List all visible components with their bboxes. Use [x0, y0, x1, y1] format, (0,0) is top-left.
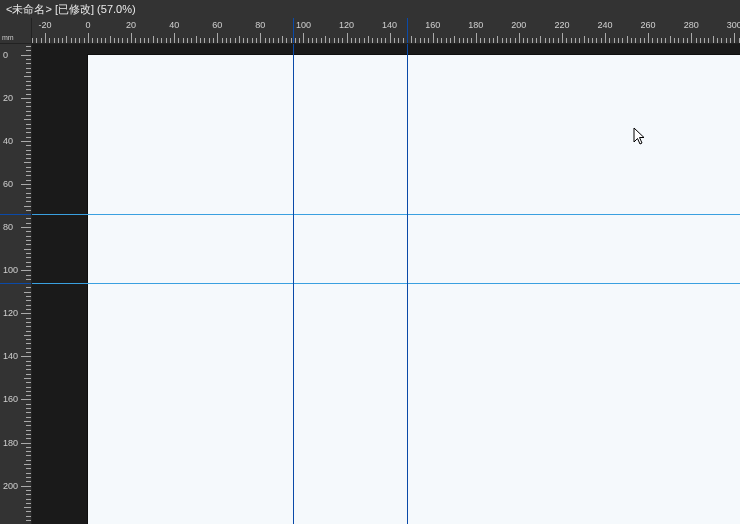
ruler-tick — [127, 38, 128, 43]
ruler-tick — [26, 275, 31, 276]
ruler-tick — [415, 38, 416, 43]
ruler-tick — [24, 76, 31, 77]
ruler-tick — [519, 33, 520, 43]
ruler-tick — [342, 38, 343, 43]
ruler-label: 40 — [3, 136, 13, 146]
title-bar: <未命名> [已修改] (57.0%) — [0, 0, 740, 18]
ruler-tick — [247, 38, 248, 43]
ruler-tick — [26, 175, 31, 176]
ruler-tick — [26, 511, 31, 512]
ruler-tick — [678, 38, 679, 43]
ruler-tick — [26, 193, 31, 194]
ruler-tick — [506, 38, 507, 43]
ruler-tick — [26, 425, 31, 426]
ruler-tick — [26, 231, 31, 232]
ruler-tick — [24, 292, 31, 293]
ruler-horizontal[interactable]: -200204060801001201401601802002202402602… — [32, 18, 740, 44]
ruler-tick — [26, 490, 31, 491]
ruler-tick — [338, 38, 339, 43]
ruler-tick — [713, 36, 714, 43]
ruler-tick — [700, 38, 701, 43]
ruler-tick — [734, 33, 735, 43]
ruler-tick — [26, 167, 31, 168]
ruler-tick — [26, 326, 31, 327]
ruler-tick — [558, 38, 559, 43]
zoom-text: (57.0%) — [97, 3, 136, 15]
ruler-tick — [657, 38, 658, 43]
ruler-tick — [26, 253, 31, 254]
ruler-tick — [21, 313, 31, 314]
ruler-tick — [665, 38, 666, 43]
ruler-guide-mark[interactable] — [407, 18, 408, 43]
ruler-tick — [691, 33, 692, 43]
canvas-page[interactable] — [88, 55, 740, 524]
ruler-tick — [26, 106, 31, 107]
ruler-tick — [260, 33, 261, 43]
ruler-tick — [648, 33, 649, 43]
ruler-guide-mark[interactable] — [0, 214, 31, 215]
ruler-tick — [26, 352, 31, 353]
ruler-tick — [26, 455, 31, 456]
ruler-label: 100 — [296, 20, 311, 30]
ruler-guide-mark[interactable] — [0, 283, 31, 284]
ruler-tick — [670, 36, 671, 43]
ruler-label: 260 — [641, 20, 656, 30]
ruler-tick — [26, 309, 31, 310]
ruler-tick — [183, 38, 184, 43]
ruler-tick — [398, 38, 399, 43]
ruler-tick — [26, 287, 31, 288]
ruler-tick — [644, 38, 645, 43]
ruler-tick — [26, 382, 31, 383]
ruler-guide-mark[interactable] — [293, 18, 294, 43]
ruler-tick — [26, 210, 31, 211]
ruler-tick — [571, 38, 572, 43]
ruler-tick — [26, 494, 31, 495]
ruler-tick — [26, 89, 31, 90]
ruler-tick — [489, 38, 490, 43]
ruler-tick — [178, 38, 179, 43]
ruler-tick — [592, 38, 593, 43]
ruler-tick — [88, 33, 89, 43]
ruler-tick — [114, 38, 115, 43]
ruler-tick — [26, 468, 31, 469]
ruler-tick — [166, 38, 167, 43]
ruler-tick — [62, 38, 63, 43]
ruler-tick — [26, 473, 31, 474]
doc-name: <未命名> — [6, 3, 52, 15]
ruler-tick — [54, 38, 55, 43]
ruler-tick — [26, 404, 31, 405]
ruler-tick — [26, 132, 31, 133]
ruler-vertical[interactable]: 020406080100120140160180200 — [0, 44, 32, 524]
ruler-tick — [26, 434, 31, 435]
ruler-tick — [230, 38, 231, 43]
ruler-tick — [295, 38, 296, 43]
ruler-tick — [222, 38, 223, 43]
ruler-tick — [536, 38, 537, 43]
ruler-tick — [26, 257, 31, 258]
ruler-tick — [622, 38, 623, 43]
ruler-label: 220 — [554, 20, 569, 30]
ruler-tick — [605, 33, 606, 43]
ruler-origin-corner[interactable]: mm — [0, 18, 32, 44]
ruler-tick — [122, 38, 123, 43]
ruler-tick — [540, 36, 541, 43]
ruler-tick — [26, 331, 31, 332]
ruler-tick — [226, 38, 227, 43]
ruler-tick — [26, 481, 31, 482]
ruler-tick — [394, 38, 395, 43]
ruler-tick — [497, 36, 498, 43]
ruler-tick — [739, 38, 740, 43]
ruler-tick — [708, 38, 709, 43]
ruler-tick — [21, 486, 31, 487]
ruler-tick — [24, 421, 31, 422]
ruler-label: 80 — [255, 20, 265, 30]
ruler-tick — [717, 38, 718, 43]
canvas-workspace[interactable] — [32, 44, 740, 524]
ruler-label: 160 — [3, 394, 18, 404]
ruler-tick — [26, 503, 31, 504]
ruler-tick — [652, 38, 653, 43]
ruler-tick — [97, 38, 98, 43]
ruler-tick — [49, 38, 50, 43]
ruler-label: 200 — [3, 481, 18, 491]
ruler-tick — [26, 395, 31, 396]
